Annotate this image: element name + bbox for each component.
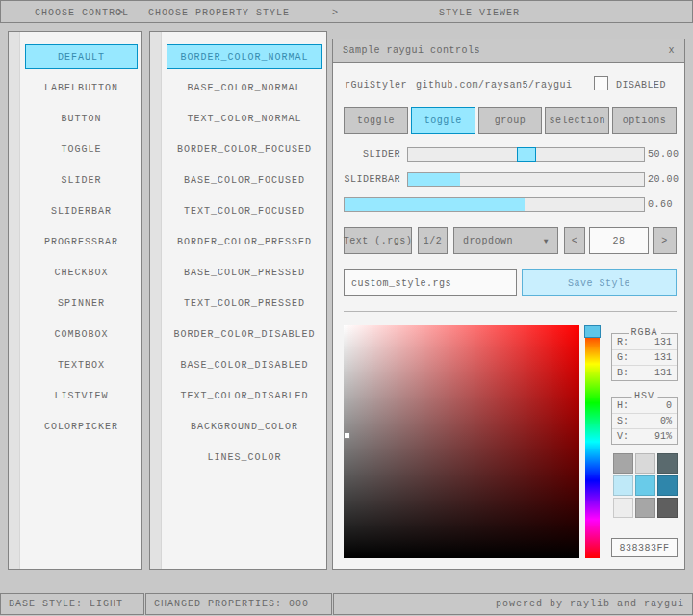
property-item-background-color[interactable]: BACKGROUND_COLOR bbox=[167, 414, 322, 439]
spinner-decrement-button[interactable]: < bbox=[564, 227, 585, 254]
disabled-label: DISABLED bbox=[616, 78, 666, 92]
color-swatch[interactable] bbox=[635, 498, 655, 518]
hsv-s-value: 0% bbox=[660, 416, 672, 426]
chevron-right-icon: > bbox=[117, 8, 123, 18]
properties-list-panel: BORDER_COLOR_NORMAL BASE_COLOR_NORMAL TE… bbox=[149, 31, 327, 570]
property-item-text-color-disabled[interactable]: TEXT_COLOR_DISABLED bbox=[167, 383, 322, 408]
control-item-button[interactable]: BUTTON bbox=[25, 106, 138, 131]
spinner-value-box[interactable]: 28 bbox=[589, 227, 649, 254]
color-picker-area[interactable] bbox=[344, 325, 579, 558]
property-item-base-color-focused[interactable]: BASE_COLOR_FOCUSED bbox=[167, 167, 322, 192]
property-item-border-color-pressed[interactable]: BORDER_COLOR_PRESSED bbox=[167, 229, 322, 254]
hsv-groupbox: HSV H: 0 S: 0% V: 91% bbox=[611, 397, 678, 445]
color-swatch[interactable] bbox=[613, 453, 633, 474]
hue-bar[interactable] bbox=[585, 325, 600, 558]
control-item-textbox[interactable]: TEXTBOX bbox=[25, 352, 138, 377]
toggle-button-1[interactable]: toggle bbox=[344, 107, 408, 134]
properties-scrollbar[interactable] bbox=[150, 32, 162, 569]
sliderbar-track[interactable] bbox=[407, 172, 645, 187]
dropdown-label: dropdown bbox=[463, 236, 513, 246]
toggle-button-2[interactable]: toggle bbox=[411, 107, 475, 134]
control-item-labelbutton[interactable]: LABELBUTTON bbox=[25, 75, 138, 100]
hsv-row-s: S: 0% bbox=[612, 413, 677, 428]
color-swatch[interactable] bbox=[635, 453, 655, 474]
sliderbar-fill bbox=[408, 173, 460, 186]
slider-track[interactable] bbox=[407, 147, 645, 162]
half-button[interactable]: 1/2 bbox=[418, 227, 448, 254]
style-color-grid bbox=[613, 453, 678, 518]
color-swatch[interactable] bbox=[613, 498, 633, 518]
toggle-group: toggle toggle group selection options bbox=[344, 107, 677, 134]
rgba-g-value: 131 bbox=[654, 352, 672, 363]
divider bbox=[344, 311, 677, 312]
rgba-row-b: B: 131 bbox=[612, 365, 677, 380]
dropdown[interactable]: dropdown ▼ bbox=[453, 227, 558, 254]
rgba-b-value: 131 bbox=[654, 368, 672, 378]
spinner-increment-button[interactable]: > bbox=[653, 227, 677, 254]
control-item-colorpicker[interactable]: COLORPICKER bbox=[25, 414, 138, 439]
window-titlebar[interactable]: Sample raygui controls x bbox=[333, 39, 684, 63]
save-style-button[interactable]: Save Style bbox=[522, 270, 677, 296]
property-item-border-color-focused[interactable]: BORDER_COLOR_FOCUSED bbox=[167, 137, 322, 162]
rgba-groupbox: RGBA R: 131 G: 131 B: 131 bbox=[611, 333, 678, 381]
property-item-base-color-pressed[interactable]: BASE_COLOR_PRESSED bbox=[167, 260, 322, 285]
hsv-h-label: H: bbox=[617, 400, 629, 411]
rgba-title: RGBA bbox=[628, 327, 660, 338]
breadcrumb: CHOOSE CONTROL > CHOOSE PROPERTY STYLE >… bbox=[0, 0, 693, 23]
control-item-progressbar[interactable]: PROGRESSBAR bbox=[25, 229, 138, 254]
hue-selector[interactable] bbox=[584, 325, 601, 338]
hex-color-input[interactable]: 838383FF bbox=[611, 538, 678, 557]
hsv-title: HSV bbox=[631, 391, 657, 401]
property-item-lines-color[interactable]: LINES_COLOR bbox=[167, 445, 322, 470]
repo-link[interactable]: github.com/raysan5/raygui bbox=[416, 78, 573, 92]
toggle-button-5[interactable]: options bbox=[612, 107, 677, 134]
statusbar-changed-properties: CHANGED PROPERTIES: 000 bbox=[145, 593, 332, 615]
property-item-text-color-pressed[interactable]: TEXT_COLOR_PRESSED bbox=[167, 291, 322, 316]
hsv-s-label: S: bbox=[617, 416, 629, 426]
filename-input[interactable]: custom_style.rgs bbox=[344, 270, 517, 296]
sample-controls-window: Sample raygui controls x rGuiStyler gith… bbox=[332, 38, 685, 570]
controls-scrollbar[interactable] bbox=[9, 32, 20, 569]
properties-list: BORDER_COLOR_NORMAL BASE_COLOR_NORMAL TE… bbox=[167, 44, 322, 475]
rgba-b-label: B: bbox=[617, 368, 629, 378]
hsv-v-label: V: bbox=[617, 431, 629, 442]
disabled-checkbox[interactable] bbox=[594, 76, 608, 90]
control-item-toggle[interactable]: TOGGLE bbox=[25, 137, 138, 162]
color-swatch[interactable] bbox=[613, 475, 633, 496]
property-item-border-color-normal[interactable]: BORDER_COLOR_NORMAL bbox=[167, 44, 322, 69]
control-item-sliderbar[interactable]: SLIDERBAR bbox=[25, 198, 138, 223]
property-item-base-color-disabled[interactable]: BASE_COLOR_DISABLED bbox=[167, 352, 322, 377]
property-item-text-color-normal[interactable]: TEXT_COLOR_NORMAL bbox=[167, 106, 322, 131]
property-item-border-color-disabled[interactable]: BORDER_COLOR_DISABLED bbox=[167, 321, 322, 346]
hsv-h-value: 0 bbox=[666, 400, 672, 411]
hsv-row-v: V: 91% bbox=[612, 428, 677, 444]
property-item-base-color-normal[interactable]: BASE_COLOR_NORMAL bbox=[167, 75, 322, 100]
text-rgs-button[interactable]: Text (.rgs) bbox=[344, 227, 412, 254]
control-item-listview[interactable]: LISTVIEW bbox=[25, 383, 138, 408]
chevron-right-icon: > bbox=[332, 8, 338, 18]
toggle-button-3[interactable]: group bbox=[478, 107, 543, 134]
toggle-button-4[interactable]: selection bbox=[545, 107, 609, 134]
color-swatch[interactable] bbox=[657, 475, 678, 496]
color-swatch[interactable] bbox=[657, 498, 678, 518]
controls-list-panel: DEFAULT LABELBUTTON BUTTON TOGGLE SLIDER… bbox=[8, 31, 142, 570]
slider-handle[interactable] bbox=[517, 147, 536, 162]
statusbar-credits: powered by raylib and raygui bbox=[333, 593, 693, 615]
color-swatch[interactable] bbox=[657, 453, 678, 474]
sliderbar-value: 20.00 bbox=[648, 172, 680, 187]
property-item-text-color-focused[interactable]: TEXT_COLOR_FOCUSED bbox=[167, 198, 322, 223]
controls-list: DEFAULT LABELBUTTON BUTTON TOGGLE SLIDER… bbox=[25, 44, 138, 445]
hsv-v-value: 91% bbox=[654, 431, 672, 442]
rgba-row-g: G: 131 bbox=[612, 349, 677, 365]
chevron-down-icon: ▼ bbox=[544, 237, 549, 245]
rgba-g-label: G: bbox=[617, 352, 629, 363]
control-item-default[interactable]: DEFAULT bbox=[25, 44, 138, 69]
sv-marker[interactable] bbox=[344, 432, 350, 439]
close-icon[interactable]: x bbox=[668, 45, 675, 56]
control-item-checkbox[interactable]: CHECKBOX bbox=[25, 260, 138, 285]
control-item-slider[interactable]: SLIDER bbox=[25, 167, 138, 192]
color-swatch[interactable] bbox=[635, 475, 655, 496]
control-item-spinner[interactable]: SPINNER bbox=[25, 291, 138, 316]
statusbar-base-style: BASE STYLE: LIGHT bbox=[0, 593, 144, 615]
control-item-combobox[interactable]: COMBOBOX bbox=[25, 321, 138, 346]
